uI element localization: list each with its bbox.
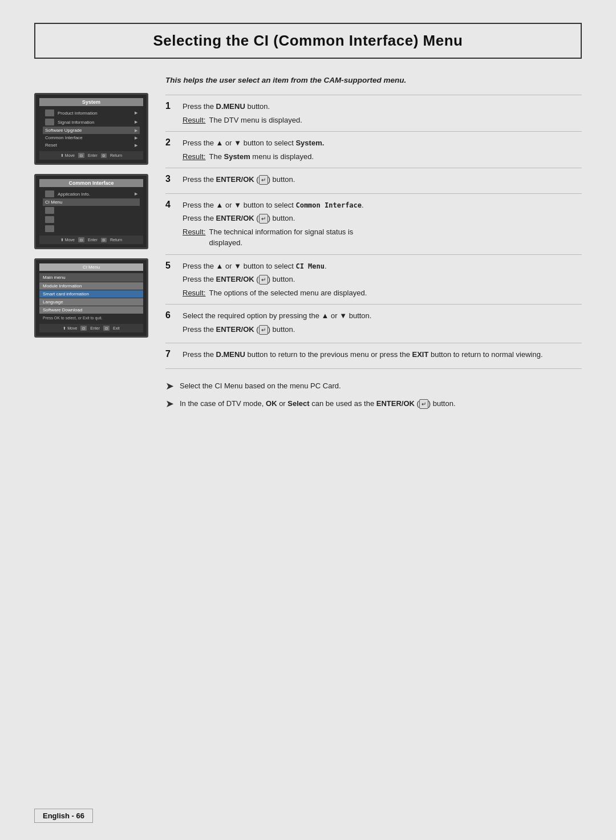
note-arrow-1: ➤ [165, 380, 174, 393]
step-5-num: 5 [165, 261, 183, 299]
screen1-footer: ⬆ Move ⊡ Enter D Return [39, 151, 143, 160]
enter-key-icon-4: ↵ [259, 214, 268, 224]
step-4-num: 4 [165, 200, 183, 249]
step-5-result: The options of the selected menu are dis… [209, 287, 367, 299]
screen3: CI Menu Main menu Module Information Sma… [34, 258, 148, 338]
note-2: ➤ In the case of DTV mode, OK or Select … [165, 398, 582, 411]
page-footer: English - 66 [34, 809, 93, 823]
screen1-row3: Software Upgrade ▶ [43, 127, 140, 134]
screen2-row5 [43, 224, 140, 233]
step-4-content: Press the ▲ or ▼ button to select Common… [183, 200, 582, 249]
enter-key-icon: ↵ [259, 175, 268, 185]
icon6 [45, 225, 54, 232]
screen2-row1: Application Info. ▶ [43, 189, 140, 198]
screen1: System Product Information ▶ S [34, 93, 148, 165]
steps-container: 1 Press the D.MENU button. Result: The D… [165, 95, 582, 369]
screen2-row4 [43, 215, 140, 224]
screen1-title: System [39, 98, 143, 106]
icon2 [45, 119, 54, 125]
screen3-footer: ⬆ Move ⊡ Enter ⊡ Exit [39, 324, 143, 332]
screen3-title: CI Menu [39, 263, 143, 271]
screen3-item4: Software Download [39, 306, 143, 314]
notes-section: ➤ Select the CI Menu based on the menu P… [165, 380, 582, 411]
screen2: Common Interface Application Info. ▶ CI … [34, 174, 148, 249]
screenshots-column: System Product Information ▶ S [34, 76, 148, 411]
step-2-content: Press the ▲ or ▼ button to select System… [183, 137, 582, 162]
icon5 [45, 216, 54, 223]
page: Selecting the CI (Common Interface) Menu… [0, 0, 616, 840]
screen3-menu-header: Main menu [39, 273, 143, 282]
step-4-result: The technical information for signal sta… [209, 226, 353, 249]
result-label-5: Result: [183, 287, 205, 299]
screen2-title: Common Interface [39, 179, 143, 187]
icon1 [45, 109, 54, 116]
note-2-text: In the case of DTV mode, OK or Select ca… [180, 398, 456, 409]
step-6: 6 Select the required option by pressing… [165, 304, 582, 343]
intro-text: This helps the user select an item from … [165, 76, 582, 84]
footer-text: English - 66 [43, 811, 84, 820]
step-1-result: The DTV menu is displayed. [209, 115, 302, 126]
step-5-content: Press the ▲ or ▼ button to select CI Men… [183, 261, 582, 299]
step-2: 2 Press the ▲ or ▼ button to select Syst… [165, 131, 582, 168]
step-1-num: 1 [165, 101, 183, 125]
screen2-row3 [43, 206, 140, 215]
step-2-result: The System menu is displayed. [209, 151, 314, 163]
screen1-row1: Product Information ▶ [43, 108, 140, 117]
step-1-content: Press the D.MENU button. Result: The DTV… [183, 101, 582, 125]
note-1: ➤ Select the CI Menu based on the menu P… [165, 380, 582, 393]
icon3 [45, 190, 54, 197]
result-label-2: Result: [183, 151, 205, 163]
step-2-num: 2 [165, 137, 183, 162]
note-1-text: Select the CI Menu based on the menu PC … [180, 380, 341, 392]
result-label: Result: [183, 115, 205, 126]
step-6-content: Select the required option by pressing t… [183, 310, 582, 337]
screen3-item2: Smart card information [39, 290, 143, 298]
step-3-content: Press the ENTER/OK (↵) button. [183, 174, 582, 188]
screen3-item1: Module Information [39, 282, 143, 290]
screen3-notice: Press OK to select, or Exit to quit. [39, 314, 143, 322]
enter-key-icon-5: ↵ [259, 275, 268, 285]
step-7: 7 Press the D.MENU button to return to t… [165, 343, 582, 369]
step-3: 3 Press the ENTER/OK (↵) button. [165, 168, 582, 193]
result-label-4: Result: [183, 226, 205, 238]
screen2-row2: CI Menu [43, 198, 140, 206]
note-arrow-2: ➤ [165, 398, 174, 411]
step-1: 1 Press the D.MENU button. Result: The D… [165, 95, 582, 131]
screen1-row4: Common Interface ▶ [43, 134, 140, 141]
screen3-item3: Language [39, 298, 143, 306]
step-3-num: 3 [165, 174, 183, 188]
screen1-row2: Signal Information ▶ [43, 117, 140, 127]
screen2-footer: ⬆ Move ⊡ Enter D Return [39, 236, 143, 244]
step-5: 5 Press the ▲ or ▼ button to select CI M… [165, 254, 582, 305]
step-4: 4 Press the ▲ or ▼ button to select Comm… [165, 193, 582, 254]
title-box: Selecting the CI (Common Interface) Menu [34, 23, 582, 59]
page-title: Selecting the CI (Common Interface) Menu [47, 32, 569, 50]
step-7-content: Press the D.MENU button to return to the… [183, 349, 582, 363]
step-7-num: 7 [165, 349, 183, 363]
icon4 [45, 207, 54, 214]
enter-key-icon-note: ↵ [419, 399, 428, 409]
screen1-row5: Reset ▶ [43, 141, 140, 149]
instructions-column: This helps the user select an item from … [165, 76, 582, 411]
enter-key-icon-6: ↵ [259, 325, 268, 335]
step-6-num: 6 [165, 310, 183, 337]
